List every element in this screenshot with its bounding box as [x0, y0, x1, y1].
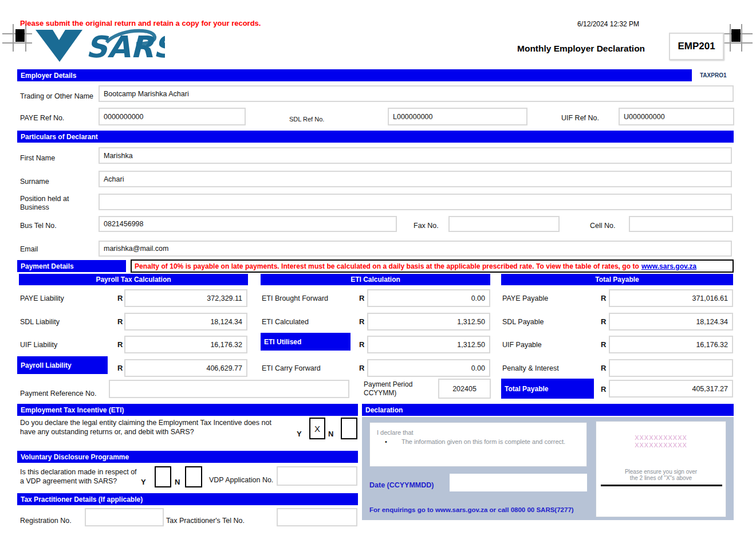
sars-logo-emblem: SARS: [33, 27, 165, 64]
submit-original-notice: Please submit the original return and re…: [20, 19, 261, 27]
payroll-liability-label: Payroll Liability: [17, 356, 108, 374]
currency-symbol: R: [117, 294, 123, 302]
sars-logo: SARS: [33, 27, 165, 64]
currency-symbol: R: [601, 294, 606, 302]
email-input[interactable]: marishka@mail.com: [99, 241, 732, 257]
signature-x-line2: XXXXXXXXXXX: [596, 442, 726, 449]
sdl-payable-label: SDL Payable: [502, 318, 544, 326]
section-eti: Employment Tax Incentive (ETI): [17, 404, 358, 416]
sars-rates-link[interactable]: www.sars.gov.za: [641, 262, 696, 270]
section-payment-details: Payment Details: [17, 260, 126, 272]
currency-symbol: R: [117, 340, 123, 349]
fax-input[interactable]: [448, 216, 560, 232]
position-input[interactable]: [99, 194, 732, 210]
penalty-warning: Penalty of 10% is payable on late paymen…: [131, 259, 734, 273]
currency-symbol: R: [359, 317, 364, 326]
uif-ref-input[interactable]: U000000000: [619, 108, 734, 125]
email-label: Email: [20, 245, 38, 253]
eti-calculated-input[interactable]: 1,312.50: [367, 313, 490, 331]
penalty-interest-input[interactable]: [609, 359, 733, 377]
currency-symbol: R: [359, 340, 364, 349]
payment-period-label-line2: CCYYMM): [364, 389, 396, 397]
uif-liability-input[interactable]: 16,176.32: [124, 336, 247, 353]
signature-note-line1: Please ensure you sign over: [596, 469, 726, 475]
vdp-application-label: VDP Application No.: [209, 476, 273, 484]
sdl-liability-label: SDL Liability: [20, 318, 60, 326]
paye-ref-input[interactable]: 0000000000: [99, 108, 246, 125]
bus-tel-input[interactable]: 0821456998: [99, 216, 397, 232]
cell-label: Cell No.: [590, 222, 615, 230]
fax-label: Fax No.: [414, 222, 439, 230]
position-label: Position held at Business: [20, 195, 92, 211]
payroll-liability-input[interactable]: 406,629.77: [124, 359, 247, 377]
surname-input[interactable]: Achari: [99, 171, 732, 187]
total-payable-input[interactable]: 405,317.27: [609, 380, 733, 398]
declaration-text-box: I declare that • The information given o…: [369, 422, 587, 467]
eti-no-label: N: [328, 430, 333, 438]
eti-carry-forward-label: ETI Carry Forward: [262, 364, 321, 372]
payment-reference-input[interactable]: [109, 380, 349, 398]
currency-symbol: R: [601, 385, 606, 394]
paye-liability-label: PAYE Liability: [20, 294, 64, 302]
section-vdp: Voluntary Disclosure Programme: [17, 451, 358, 463]
trading-name-label: Trading or Other Name: [20, 92, 93, 100]
payment-period-label: Payment Period CCYYMM): [364, 380, 412, 397]
section-employer-details: Employer Details: [17, 69, 692, 81]
surname-label: Surname: [20, 178, 49, 186]
vdp-question-line1: Is this declaration made in respect of: [20, 468, 137, 476]
form-title: Monthly Employer Declaration: [517, 44, 645, 54]
currency-symbol: R: [117, 364, 123, 372]
declaration-bullet-text: The information given on this form is co…: [401, 438, 565, 445]
cell-input[interactable]: [629, 216, 733, 232]
vdp-yes-checkbox[interactable]: [155, 466, 171, 487]
currency-symbol: R: [359, 294, 364, 302]
vdp-question-line2: a VDP agreement with SARS?: [20, 477, 117, 485]
payment-reference-label: Payment Reference No.: [20, 390, 96, 398]
practitioner-tel-input[interactable]: [277, 508, 357, 526]
eti-calculated-label: ETI Calculated: [262, 318, 309, 326]
uif-payable-input[interactable]: 16,176.32: [609, 336, 733, 353]
currency-symbol: R: [601, 340, 606, 349]
total-payable-label: Total Payable: [501, 379, 594, 399]
sars-logo-text: SARS: [86, 30, 165, 64]
vdp-yes-label: Y: [141, 478, 146, 486]
paye-payable-input[interactable]: 371,016.61: [609, 289, 733, 307]
eti-brought-forward-input[interactable]: 0.00: [367, 289, 490, 307]
eti-no-checkbox[interactable]: [341, 418, 357, 439]
column-header-total-payable: Total Payable: [501, 274, 733, 285]
signature-line: [601, 485, 722, 486]
print-timestamp: 6/12/2024 12:32 PM: [577, 20, 639, 28]
first-name-label: First Name: [20, 154, 55, 162]
vdp-no-checkbox[interactable]: [185, 466, 202, 487]
eti-question-line2: have any outstanding returns or, and deb…: [20, 428, 194, 436]
bus-tel-label: Bus Tel No.: [20, 222, 57, 230]
column-header-eti-calculation: ETI Calculation: [261, 274, 490, 285]
trading-name-input[interactable]: Bootcamp Marishka Achari: [99, 85, 734, 102]
penalty-warning-text: Penalty of 10% is payable on late paymen…: [135, 262, 639, 270]
eti-yes-checkbox[interactable]: X: [309, 418, 325, 439]
signature-note-line2: the 2 lines of "X"s above: [596, 475, 726, 481]
declaration-bullet-glyph: •: [385, 438, 387, 445]
date-input[interactable]: [450, 474, 587, 491]
first-name-input[interactable]: Marishka: [99, 147, 732, 164]
eti-utilised-label: ETI Utilised: [261, 333, 351, 351]
date-label: Date (CCYYMMDD): [369, 481, 434, 489]
sdl-liability-input[interactable]: 18,124.34: [124, 313, 247, 331]
emp201-form-page: Please submit the original return and re…: [0, 0, 756, 539]
practitioner-registration-input[interactable]: [85, 508, 164, 526]
vdp-application-input[interactable]: [277, 466, 357, 486]
eti-utilised-input[interactable]: 1,312.50: [367, 336, 490, 353]
currency-symbol: R: [359, 364, 364, 372]
vdp-no-label: N: [175, 478, 180, 486]
paye-ref-label: PAYE Ref No.: [20, 114, 64, 122]
eti-carry-forward-input[interactable]: 0.00: [367, 359, 490, 377]
signature-box[interactable]: XXXXXXXXXXX XXXXXXXXXXX Please ensure yo…: [596, 421, 726, 517]
column-header-payroll-tax: Payroll Tax Calculation: [19, 274, 248, 285]
currency-symbol: R: [601, 364, 606, 372]
sdl-payable-input[interactable]: 18,124.34: [609, 313, 733, 331]
sdl-ref-input[interactable]: L000000000: [388, 108, 527, 125]
eti-yes-label: Y: [297, 430, 302, 438]
penalty-interest-label: Penalty & Interest: [502, 364, 559, 372]
payment-period-input[interactable]: 202405: [438, 379, 491, 399]
paye-liability-input[interactable]: 372,329.11: [124, 289, 247, 307]
